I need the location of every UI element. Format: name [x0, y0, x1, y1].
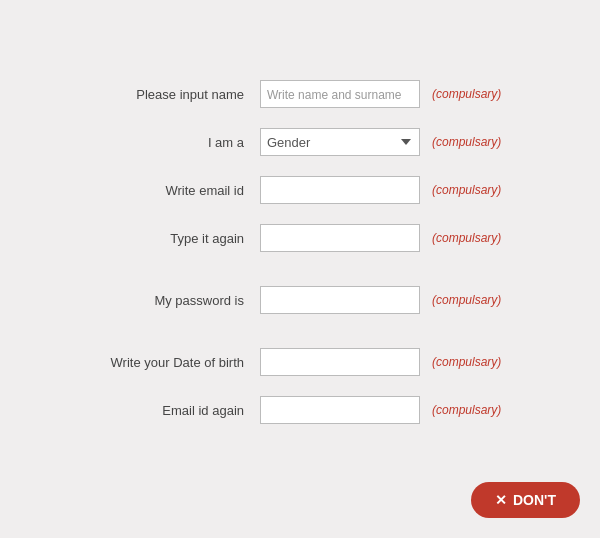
gender-select[interactable]: Gender Male Female Other [260, 128, 420, 156]
email-confirm-compulsary: (compulsary) [432, 231, 501, 245]
dob-row: Write your Date of birth (compulsary) [60, 348, 540, 376]
name-compulsary: (compulsary) [432, 87, 501, 101]
email-again-row: Email id again (compulsary) [60, 396, 540, 424]
email-confirm-row: Type it again (compulsary) [60, 224, 540, 252]
email-again-label: Email id again [60, 403, 260, 418]
dob-compulsary: (compulsary) [432, 355, 501, 369]
email-compulsary: (compulsary) [432, 183, 501, 197]
bottom-bar: ✕ DON'T [471, 482, 580, 518]
email-confirm-input[interactable] [260, 224, 420, 252]
gender-compulsary: (compulsary) [432, 135, 501, 149]
name-label: Please input name [60, 87, 260, 102]
gender-label: I am a [60, 135, 260, 150]
dont-button-label: DON'T [513, 492, 556, 508]
password-compulsary: (compulsary) [432, 293, 501, 307]
email-confirm-label: Type it again [60, 231, 260, 246]
dob-label: Write your Date of birth [60, 355, 260, 370]
dont-button[interactable]: ✕ DON'T [471, 482, 580, 518]
email-input[interactable] [260, 176, 420, 204]
spacer [60, 272, 540, 286]
x-icon: ✕ [495, 492, 507, 508]
email-again-compulsary: (compulsary) [432, 403, 501, 417]
email-label: Write email id [60, 183, 260, 198]
password-label: My password is [60, 293, 260, 308]
email-row: Write email id (compulsary) [60, 176, 540, 204]
form-container: Please input name (compulsary) I am a Ge… [0, 0, 600, 504]
email-again-input[interactable] [260, 396, 420, 424]
name-input[interactable] [260, 80, 420, 108]
dob-input[interactable] [260, 348, 420, 376]
gender-row: I am a Gender Male Female Other (compuls… [60, 128, 540, 156]
name-row: Please input name (compulsary) [60, 80, 540, 108]
spacer2 [60, 334, 540, 348]
password-input[interactable] [260, 286, 420, 314]
password-row: My password is (compulsary) [60, 286, 540, 314]
